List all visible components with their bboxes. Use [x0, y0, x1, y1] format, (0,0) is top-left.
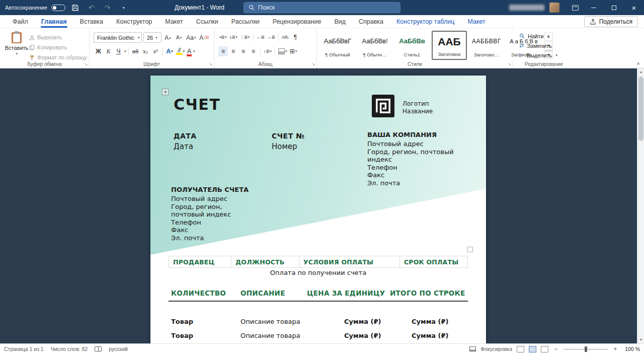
qty-header[interactable]: КОЛИЧЕСТВО	[171, 289, 226, 297]
invoice-no-value[interactable]: Номер	[272, 142, 297, 151]
clear-formatting-button[interactable]: А⌫	[198, 33, 210, 43]
font-name-combo[interactable]: Franklin Gothic I▾	[94, 32, 142, 43]
superscript-button[interactable]: х²	[151, 46, 160, 56]
vertical-scrollbar[interactable]: ▴ ▾	[637, 68, 644, 343]
company-address-block[interactable]: Почтовый адрес Город, регион, почтовый и…	[367, 140, 454, 187]
numbering-button[interactable]: 1≡▾	[228, 32, 238, 42]
decrease-indent-button[interactable]: ←≡	[256, 32, 266, 42]
shrink-font-button[interactable]: А▾	[174, 33, 184, 43]
item-unit-price[interactable]: Сумма (₽)	[344, 318, 381, 325]
tab-review[interactable]: Рецензирование	[266, 15, 328, 28]
underline-dropdown-icon[interactable]: ▾	[124, 49, 126, 53]
date-value[interactable]: Дата	[174, 142, 193, 151]
zoom-out-button[interactable]: −	[553, 345, 559, 352]
tab-mailings[interactable]: Рассылки	[225, 15, 266, 28]
style-heading1[interactable]: ААББВВГ Заголово…	[469, 31, 504, 60]
print-layout-icon[interactable]	[529, 346, 536, 352]
table-header-cell[interactable]: СРОК ОПЛАТЫ	[400, 256, 468, 268]
italic-button[interactable]: К	[104, 46, 113, 56]
line-spacing-button[interactable]: ↕≡▾	[263, 46, 273, 56]
text-effects-button[interactable]: А▾	[165, 46, 175, 56]
strikethrough-button[interactable]: аб	[131, 46, 140, 56]
sort-button[interactable]: АЯ↓	[281, 32, 290, 42]
change-case-button[interactable]: Аа▾	[185, 33, 197, 43]
billto-address-block[interactable]: Почтовый адрес Город, регион, почтовый и…	[171, 195, 254, 242]
paragraph-dialog-launcher-icon[interactable]: ↘	[311, 62, 315, 66]
item-qty[interactable]: Товар	[171, 318, 193, 325]
shading-button[interactable]: ▾	[277, 46, 288, 56]
highlight-button[interactable]: ▾	[175, 46, 186, 56]
copy-button[interactable]: Копировать	[29, 42, 67, 52]
clipboard-dialog-launcher-icon[interactable]: ↘	[84, 62, 88, 66]
line-total-header[interactable]: ИТОГО ПО СТРОКЕ	[390, 289, 465, 297]
logo-caption[interactable]: Логотип Название	[403, 100, 433, 115]
maximize-button[interactable]	[604, 0, 624, 15]
minimize-button[interactable]	[584, 0, 604, 15]
invoice-no-label[interactable]: СЧЕТ №	[272, 132, 304, 140]
close-button[interactable]: ×	[624, 0, 644, 15]
unit-price-header[interactable]: ЦЕНА ЗА ЕДИНИЦУ	[307, 289, 385, 297]
avatar[interactable]	[549, 3, 559, 13]
tab-references[interactable]: Ссылки	[190, 15, 225, 28]
ribbon-display-options-icon[interactable]	[567, 0, 584, 15]
web-layout-icon[interactable]	[541, 346, 548, 352]
item-description[interactable]: Описание товара	[240, 318, 300, 325]
style-heading-selected[interactable]: ААБ Заголовок	[432, 31, 467, 60]
bullets-button[interactable]: •≡▾	[218, 32, 228, 42]
undo-icon[interactable]: ↶	[86, 2, 98, 14]
save-icon[interactable]	[69, 2, 82, 14]
tab-help[interactable]: Справка	[352, 15, 390, 28]
billto-label[interactable]: ПОЛУЧАТЕЛЬ СЧЕТА	[171, 186, 249, 193]
invoice-title[interactable]: СЧЕТ	[174, 96, 220, 113]
tab-design[interactable]: Конструктор	[110, 15, 158, 28]
search-input[interactable]: Поиск	[244, 2, 400, 13]
replace-button[interactable]: ⇄ Заменить	[519, 41, 552, 50]
collapse-ribbon-icon[interactable]: ∧	[636, 61, 640, 66]
multilevel-list-button[interactable]: ⋮≡▾	[239, 32, 251, 42]
style-style1[interactable]: АаБбВв Стиль1	[394, 31, 430, 60]
payment-note[interactable]: Оплата по получении счета	[169, 269, 468, 276]
date-label[interactable]: ДАТА	[174, 132, 197, 140]
style-no-spacing[interactable]: АаБбВв! ¶ Обычн…	[357, 31, 392, 60]
underline-button[interactable]: Ч	[114, 46, 123, 56]
company-label[interactable]: ВАША КОМПАНИЯ	[367, 131, 437, 138]
read-mode-icon[interactable]	[517, 346, 524, 352]
word-count[interactable]: Число слов: 82	[51, 346, 88, 352]
subscript-button[interactable]: х₂	[141, 46, 150, 56]
align-center-button[interactable]: ≡	[228, 46, 238, 56]
table-resize-handle[interactable]	[467, 247, 473, 252]
item-description[interactable]: Описание товара	[240, 332, 300, 339]
scroll-up-icon[interactable]: ▴	[637, 68, 644, 76]
invoice-info-table[interactable]: ПРОДАВЕЦ ДОЛЖНОСТЬ УСЛОВИЯ ОПЛАТЫ СРОК О…	[169, 256, 468, 268]
tab-layout[interactable]: Макет	[158, 15, 189, 28]
share-button[interactable]: Поделиться	[584, 16, 638, 27]
font-size-combo[interactable]: 26▾	[143, 32, 162, 43]
zoom-level[interactable]: 100 %	[623, 346, 640, 352]
redo-icon[interactable]: ↷	[102, 2, 114, 14]
table-header-cell[interactable]: ДОЛЖНОСТЬ	[231, 256, 299, 268]
cut-button[interactable]: Вырезать	[29, 32, 62, 42]
justify-button[interactable]: ≡	[249, 46, 258, 56]
grow-font-button[interactable]: А▴	[163, 33, 173, 43]
company-logo[interactable]	[372, 95, 394, 119]
tab-file[interactable]: Файл	[6, 15, 35, 28]
quick-access-chevron-icon[interactable]: ▾	[118, 2, 130, 14]
document-page[interactable]: + СЧЕТ Логотип Название ДАТА Дата СЧЕТ №…	[150, 76, 486, 343]
bold-button[interactable]: Ж	[94, 46, 103, 56]
language-indicator[interactable]: русский	[109, 346, 128, 352]
align-right-button[interactable]: ≡	[238, 46, 248, 56]
scrollbar-thumb[interactable]	[638, 77, 643, 141]
item-unit-price[interactable]: Сумма (₽)	[344, 332, 381, 339]
tab-table-layout[interactable]: Макет	[461, 15, 492, 28]
tab-table-design[interactable]: Конструктор таблиц	[390, 15, 461, 28]
show-formatting-button[interactable]: ¶	[291, 32, 300, 42]
style-normal[interactable]: АаБбВвГ ¶ Обычный	[320, 31, 355, 60]
tab-view[interactable]: Вид	[328, 15, 352, 28]
description-header[interactable]: ОПИСАНИЕ	[240, 289, 285, 297]
focus-mode-button[interactable]: Фокусировка	[480, 346, 512, 352]
tab-insert[interactable]: Вставка	[73, 15, 110, 28]
zoom-in-button[interactable]: +	[612, 345, 618, 352]
proofing-icon[interactable]	[95, 346, 102, 351]
page-indicator[interactable]: Страница 1 из 1	[4, 346, 44, 352]
increase-indent-button[interactable]: →≡	[266, 32, 276, 42]
